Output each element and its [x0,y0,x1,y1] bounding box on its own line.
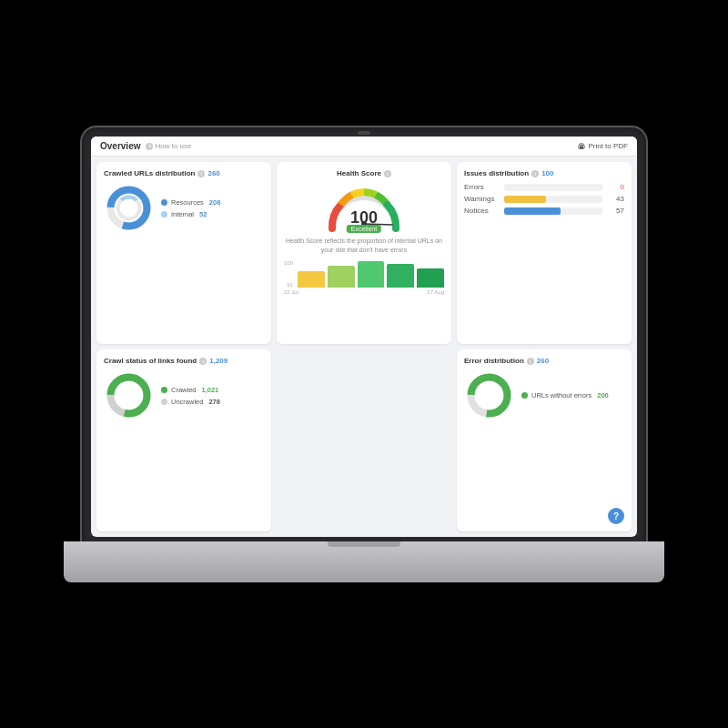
crawl-status-donut [104,370,154,420]
error-distribution-card: Error distribution i 260 [457,349,632,531]
header-left: Overview ? How to use [100,141,192,151]
print-icon [578,143,585,150]
print-label: Print to PDF [588,142,628,150]
internal-dot [161,211,167,217]
bar-y-min: 91 [287,282,293,288]
crawled-urls-info-icon: i [197,170,205,177]
bar-axis: 22 Jul 27 Aug [284,289,444,295]
warnings-bar [504,196,546,203]
issues-info-icon: i [531,170,539,177]
resources-dot [161,199,167,206]
bar-1 [298,271,325,288]
errors-value: 0 [606,183,624,191]
bar-4 [387,264,414,288]
errors-bar-wrap [504,184,602,191]
issue-notices-row: Notices 57 [464,207,624,215]
dashboard-header: Overview ? How to use Print to PDF [91,136,637,157]
issues-table: Errors 0 Warnings [464,183,624,215]
crawled-urls-chart: Resources 208 Internal 52 [104,183,264,233]
notices-bar [504,207,561,215]
error-dist-legend: URLs without errors 200 [521,391,609,399]
health-score-card: Health Score i [277,162,451,344]
crawl-status-title: Crawl status of links found i 1,209 [104,357,264,365]
crawl-status-card: Crawl status of links found i 1,209 [96,349,271,531]
issues-distribution-card: Issues distribution i 100 Errors 0 [457,162,632,344]
crawled-urls-card: Crawled URLs distribution i 260 [96,162,271,344]
svg-rect-1 [580,147,583,148]
crawl-status-info-icon: i [199,358,207,365]
crawl-status-chart: Crawled 1,021 Uncrawled 278 [104,370,264,420]
page-title: Overview [100,141,140,151]
legend-resources: Resources 208 [161,198,220,207]
bar-5 [417,268,444,288]
error-dist-title: Error distribution i 260 [464,357,624,365]
info-icon: ? [146,143,153,150]
uncrawled-dot [161,399,167,405]
bar-3 [358,261,385,288]
gauge-wrapper: 100 Excellent [323,183,405,233]
gauge-number: 100 [350,209,378,226]
issues-title: Issues distribution i 100 [464,169,624,177]
crawled-urls-donut [104,183,154,233]
laptop-screen-outer: Overview ? How to use Print to PDF [82,127,646,546]
legend-no-errors: URLs without errors 200 [521,391,609,399]
dashboard-content: Crawled URLs distribution i 260 [91,157,637,537]
warnings-value: 43 [606,195,624,203]
health-description: Health Score reflects the proportion of … [284,237,444,255]
error-dist-donut [464,370,514,420]
gauge-label: Excellent [347,225,381,233]
issue-warnings-row: Warnings 43 [464,195,624,203]
health-bar-chart: 100 91 [284,260,444,288]
legend-crawled: Crawled 1,021 [161,386,220,394]
legend-uncrawled: Uncrawled 278 [161,398,220,406]
legend-internal: Internal 52 [161,210,220,218]
crawled-urls-legend: Resources 208 Internal 52 [161,198,220,218]
print-button[interactable]: Print to PDF [578,142,628,150]
dashboard: Overview ? How to use Print to PDF [91,136,637,537]
crawl-status-legend: Crawled 1,021 Uncrawled 278 [161,386,220,406]
crawled-urls-title: Crawled URLs distribution i 260 [104,169,264,177]
bar-y-max: 100 [284,260,293,266]
how-to-use-link[interactable]: ? How to use [146,142,191,150]
notices-value: 57 [606,207,624,215]
error-dist-content: URLs without errors 200 [464,370,624,420]
bar-label-start: 22 Jul [284,289,298,295]
health-score-title: Health Score i [337,169,391,177]
bar-2 [328,266,355,288]
issue-errors-row: Errors 0 [464,183,624,191]
health-score-info-icon: i [384,170,391,177]
notices-bar-wrap [504,207,602,215]
empty-middle-card [277,349,451,531]
laptop-notch [358,131,370,135]
laptop-base [64,541,664,582]
laptop-screen-inner: Overview ? How to use Print to PDF [91,136,637,537]
no-errors-dot [521,392,528,399]
warnings-bar-wrap [504,196,602,203]
error-dist-info-icon: i [527,358,534,365]
bar-label-end: 27 Aug [427,289,444,295]
laptop-wrapper: Overview ? How to use Print to PDF [64,127,664,601]
help-button[interactable]: ? [608,508,624,524]
crawled-dot [161,387,167,393]
